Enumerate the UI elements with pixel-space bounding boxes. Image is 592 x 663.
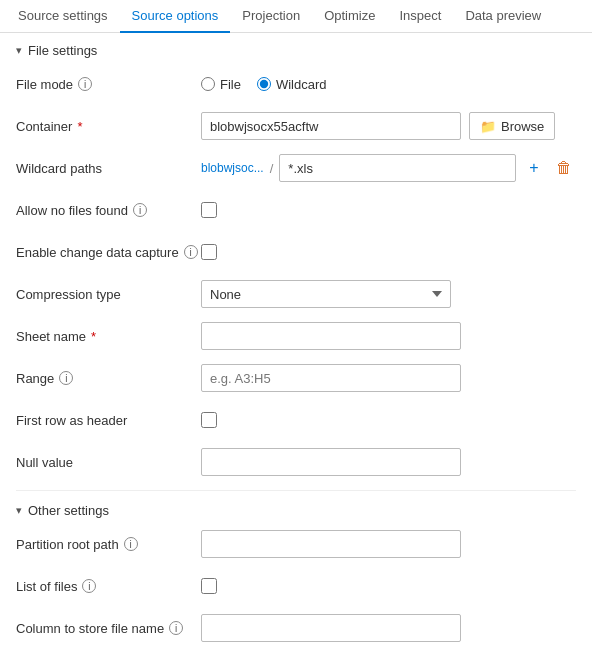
first-row-header-control bbox=[201, 412, 576, 428]
wildcard-prefix: blobwjsoc... bbox=[201, 161, 264, 175]
file-mode-file-option[interactable]: File bbox=[201, 77, 241, 92]
browse-folder-icon: 📁 bbox=[480, 119, 496, 134]
partition-root-path-info-icon[interactable]: i bbox=[124, 537, 138, 551]
partition-root-path-input[interactable] bbox=[201, 530, 461, 558]
wildcard-row: blobwjsoc... / + 🗑 bbox=[201, 154, 576, 182]
section-divider bbox=[16, 490, 576, 491]
file-mode-control: File Wildcard bbox=[201, 77, 576, 92]
file-settings-chevron-icon: ▾ bbox=[16, 44, 22, 57]
first-row-header-label: First row as header bbox=[16, 413, 201, 428]
sheet-name-required: * bbox=[91, 329, 96, 344]
file-settings-header[interactable]: ▾ File settings bbox=[16, 43, 576, 58]
compression-type-label: Compression type bbox=[16, 287, 201, 302]
range-input[interactable] bbox=[201, 364, 461, 392]
other-settings-label: Other settings bbox=[28, 503, 109, 518]
compression-type-select[interactable]: None bzip2 gzip deflate ZipDeflate TarGz… bbox=[201, 280, 451, 308]
partition-root-path-label: Partition root path i bbox=[16, 537, 201, 552]
null-value-label: Null value bbox=[16, 455, 201, 470]
other-settings-header[interactable]: ▾ Other settings bbox=[16, 503, 576, 518]
allow-no-files-info-icon[interactable]: i bbox=[133, 203, 147, 217]
allow-no-files-checkbox[interactable] bbox=[201, 202, 217, 218]
file-settings-label: File settings bbox=[28, 43, 97, 58]
enable-cdc-row: Enable change data capture i bbox=[16, 238, 576, 266]
list-of-files-checkbox[interactable] bbox=[201, 578, 217, 594]
compression-type-control: None bzip2 gzip deflate ZipDeflate TarGz… bbox=[201, 280, 576, 308]
file-mode-file-radio[interactable] bbox=[201, 77, 215, 91]
container-row: Container * 📁 Browse bbox=[16, 112, 576, 140]
allow-no-files-row: Allow no files found i bbox=[16, 196, 576, 224]
sheet-name-label: Sheet name * bbox=[16, 329, 201, 344]
file-mode-wildcard-label: Wildcard bbox=[276, 77, 327, 92]
range-info-icon[interactable]: i bbox=[59, 371, 73, 385]
partition-root-path-control bbox=[201, 530, 576, 558]
tab-optimize[interactable]: Optimize bbox=[312, 0, 387, 33]
column-store-file-name-row: Column to store file name i bbox=[16, 614, 576, 642]
file-mode-info-icon[interactable]: i bbox=[78, 77, 92, 91]
container-input[interactable] bbox=[201, 112, 461, 140]
file-mode-row: File mode i File Wildcard bbox=[16, 70, 576, 98]
file-mode-wildcard-option[interactable]: Wildcard bbox=[257, 77, 327, 92]
after-completion-row: After completion * No action Delete sour… bbox=[16, 656, 576, 663]
sheet-name-control bbox=[201, 322, 576, 350]
allow-no-files-label: Allow no files found i bbox=[16, 203, 201, 218]
null-value-input[interactable] bbox=[201, 448, 461, 476]
compression-type-row: Compression type None bzip2 gzip deflate… bbox=[16, 280, 576, 308]
sheet-name-row: Sheet name * bbox=[16, 322, 576, 350]
delete-wildcard-button[interactable]: 🗑 bbox=[552, 156, 576, 180]
wildcard-paths-label: Wildcard paths bbox=[16, 161, 201, 176]
other-settings-chevron-icon: ▾ bbox=[16, 504, 22, 517]
file-mode-wildcard-radio[interactable] bbox=[257, 77, 271, 91]
list-of-files-control bbox=[201, 578, 576, 594]
column-store-file-name-info-icon[interactable]: i bbox=[169, 621, 183, 635]
range-row: Range i bbox=[16, 364, 576, 392]
enable-cdc-checkbox[interactable] bbox=[201, 244, 217, 260]
wildcard-paths-control: blobwjsoc... / + 🗑 bbox=[201, 154, 576, 182]
list-of-files-row: List of files i bbox=[16, 572, 576, 600]
allow-no-files-control bbox=[201, 202, 576, 218]
container-required: * bbox=[77, 119, 82, 134]
wildcard-paths-row: Wildcard paths blobwjsoc... / + 🗑 bbox=[16, 154, 576, 182]
range-control bbox=[201, 364, 576, 392]
sheet-name-input[interactable] bbox=[201, 322, 461, 350]
container-control: 📁 Browse bbox=[201, 112, 576, 140]
tab-bar: Source settings Source options Projectio… bbox=[0, 0, 592, 33]
tab-source-settings[interactable]: Source settings bbox=[6, 0, 120, 33]
main-content: ▾ File settings File mode i File Wildcar… bbox=[0, 33, 592, 663]
container-browse-button[interactable]: 📁 Browse bbox=[469, 112, 555, 140]
tab-source-options[interactable]: Source options bbox=[120, 0, 231, 33]
tab-data-preview[interactable]: Data preview bbox=[453, 0, 553, 33]
tab-inspect[interactable]: Inspect bbox=[387, 0, 453, 33]
wildcard-separator: / bbox=[270, 161, 274, 176]
tab-projection[interactable]: Projection bbox=[230, 0, 312, 33]
first-row-header-row: First row as header bbox=[16, 406, 576, 434]
container-label: Container * bbox=[16, 119, 201, 134]
enable-cdc-control bbox=[201, 244, 576, 260]
list-of-files-info-icon[interactable]: i bbox=[82, 579, 96, 593]
range-label: Range i bbox=[16, 371, 201, 386]
column-store-file-name-input[interactable] bbox=[201, 614, 461, 642]
list-of-files-label: List of files i bbox=[16, 579, 201, 594]
null-value-row: Null value bbox=[16, 448, 576, 476]
add-wildcard-button[interactable]: + bbox=[522, 156, 546, 180]
browse-label: Browse bbox=[501, 119, 544, 134]
wildcard-path-input[interactable] bbox=[279, 154, 516, 182]
file-mode-label: File mode i bbox=[16, 77, 201, 92]
partition-root-path-row: Partition root path i bbox=[16, 530, 576, 558]
first-row-header-checkbox[interactable] bbox=[201, 412, 217, 428]
null-value-control bbox=[201, 448, 576, 476]
file-mode-file-label: File bbox=[220, 77, 241, 92]
enable-cdc-label: Enable change data capture i bbox=[16, 245, 201, 260]
column-store-file-name-control bbox=[201, 614, 576, 642]
enable-cdc-info-icon[interactable]: i bbox=[184, 245, 198, 259]
column-store-file-name-label: Column to store file name i bbox=[16, 621, 201, 636]
